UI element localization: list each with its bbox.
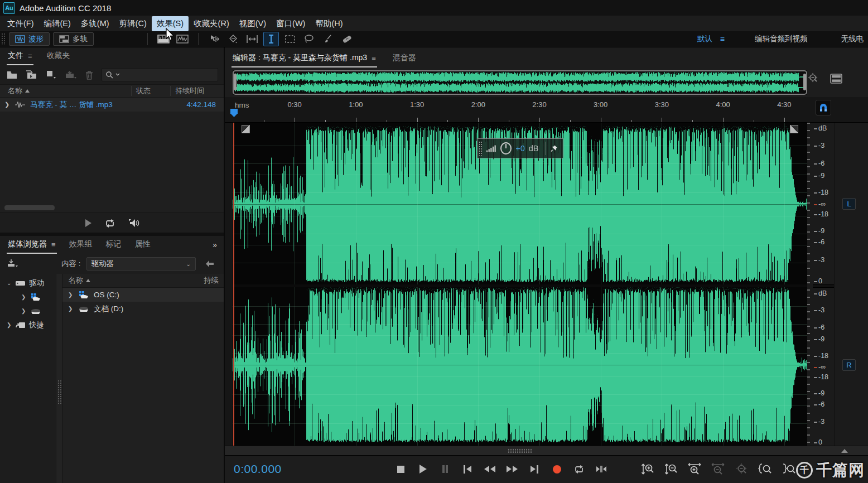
workspace-radio[interactable]: 无线电 [841,34,864,44]
media-list-item-docs-d[interactable]: ❯ 文档 (D:) [62,302,224,316]
right-channel-button[interactable]: R [842,359,856,371]
overview-range-frame[interactable] [233,70,807,95]
media-list-header[interactable]: 名称 持续 [62,274,224,288]
files-panel-menu-icon[interactable]: ≡ [28,52,32,60]
waveform-display-button[interactable] [156,32,171,46]
back-button[interactable] [205,260,215,268]
play-button[interactable] [414,461,431,477]
import-file-button[interactable] [26,70,38,79]
fade-out-handle[interactable] [790,125,798,133]
files-horizontal-scrollbar[interactable] [4,205,55,210]
tab-favorites[interactable]: 收藏夹 [47,51,70,65]
zoom-in-point-button[interactable] [758,462,772,476]
ibeam-tool-button[interactable] [263,32,279,46]
menu-item-2[interactable]: 编辑(E) [39,16,76,31]
overview-navigator[interactable] [233,70,807,95]
file-name[interactable]: 马赛克 - 莫 … 货铺 .mp3 [30,100,113,110]
tab-effects-rack[interactable]: 效果组 [69,239,93,254]
files-column-header[interactable]: 名称 状态 持续时间 [0,84,224,98]
divider-grip[interactable] [57,380,62,404]
column-duration-label[interactable]: 持续时间 [170,86,224,96]
rewind-button[interactable] [481,461,498,477]
volume-knob[interactable] [500,142,512,154]
record-button[interactable] [548,461,565,477]
tree-item-c-drive[interactable]: ❯ [0,290,56,304]
tab-media-browser[interactable]: 媒体浏览器 ≡ [8,239,56,254]
media-list-item-os-c[interactable]: ❯ OS (C:) [62,288,224,302]
list-chevron-icon[interactable]: ❯ [68,306,74,312]
waveform-display[interactable]: +0 dB [233,123,807,446]
column-name-label[interactable]: 名称 [8,86,22,96]
skip-to-start-button[interactable] [459,461,476,477]
waveform-canvas[interactable] [233,123,807,446]
expand-chevron-icon[interactable]: ❯ [4,101,15,108]
preview-play-button[interactable] [84,219,92,228]
time-selection-tool-button[interactable] [244,32,260,46]
tree-item-shortcuts[interactable]: ❯ 快捷 [0,318,56,332]
pause-button[interactable] [437,461,454,477]
lasso-selection-tool-button[interactable] [301,32,317,46]
menu-item-6[interactable]: 收藏夹(R) [189,16,234,31]
menu-item-7[interactable]: 视图(V) [234,16,271,31]
loop-playback-button[interactable] [571,461,587,477]
file-list-item[interactable]: ❯ 马赛克 - 莫 … 货铺 .mp3 4:42.148 [0,98,224,112]
volume-hud[interactable]: +0 dB [477,138,563,158]
tree-chevron-icon[interactable]: ❯ [7,322,12,328]
list-chevron-icon[interactable]: ❯ [68,292,74,298]
snap-toggle-button[interactable] [816,100,831,115]
spectral-display-button[interactable] [175,32,190,46]
playhead-time-display[interactable]: 0:00.000 [234,462,282,476]
loop-preview-button[interactable] [104,219,115,228]
delete-button[interactable] [85,70,94,80]
scrollbar-grip[interactable] [508,448,532,453]
db-scale-left-channel[interactable]: dB-3-6-9-18-∞-18-9-6-30 [813,123,834,285]
open-file-button[interactable] [7,71,18,79]
hud-grip[interactable] [479,141,482,156]
collapse-arrow-icon[interactable] [841,449,848,453]
timeline-ruler[interactable]: hms 0:301:001:302:002:303:003:304:004:30 [225,97,868,123]
tree-chevron-icon[interactable]: ❯ [21,308,27,314]
auto-play-speaker-button[interactable] [128,219,140,228]
razor-tool-button[interactable] [225,32,241,46]
workspace-default-button[interactable]: 默认 [697,34,712,44]
zoom-out-horizontal-button[interactable] [711,462,725,476]
paintbrush-tool-button[interactable] [320,32,336,46]
db-scale-right-channel[interactable]: dB-3-6-9-18-∞-18-9-6-30 [813,287,834,446]
zoom-in-vertical-button[interactable] [640,462,655,476]
zoom-out-point-button[interactable] [781,462,795,476]
tab-mixer[interactable]: 混音器 [393,53,416,67]
menu-item-1[interactable]: 文件(F) [2,16,39,31]
db-scale-column[interactable]: dB-3-6-9-18-∞-18-9-6-30 dB-3-6-9-18-∞-18… [813,123,834,446]
tree-chevron-icon[interactable]: ❯ [21,294,27,300]
pin-icon[interactable] [550,144,558,153]
workspace-menu-icon[interactable]: ≡ [720,35,725,44]
tabs-overflow-button[interactable]: » [213,240,224,254]
tab-files[interactable]: 文件 ≡ [8,51,32,65]
skip-selection-button[interactable] [593,461,610,477]
menu-item-5[interactable]: 效果(S) [152,16,189,31]
content-dropdown[interactable]: 驱动器 ⌄ [86,257,196,271]
workspace-edit-audio-to-video[interactable]: 编辑音频到视频 [755,34,808,44]
search-input[interactable] [102,68,218,81]
toolbar-grip[interactable] [1,33,6,45]
volume-value[interactable]: +0 [515,144,525,153]
marquee-selection-tool-button[interactable] [282,32,298,46]
move-tool-button[interactable] [206,32,222,46]
zoom-to-selection-button[interactable] [734,462,749,476]
tab-editor[interactable]: 编辑器 : 马赛克 - 莫里森与杂货铺 .mp3 ≡ [233,53,376,67]
media-browser-menu-icon[interactable]: ≡ [51,240,56,249]
menu-item-9[interactable]: 帮助(H) [310,16,348,31]
spot-healing-brush-button[interactable] [339,32,355,46]
overview-right-handle[interactable] [803,74,806,90]
waveform-view-button[interactable]: 波形 [9,32,50,46]
overview-left-handle[interactable] [234,74,237,90]
media-import-button[interactable] [7,259,20,269]
tree-chevron-icon[interactable]: ⌄ [7,280,12,286]
fade-in-handle[interactable] [242,125,250,133]
column-status-label[interactable]: 状态 [131,86,170,96]
zoom-full-icon[interactable] [807,72,820,85]
fast-forward-button[interactable] [504,461,520,477]
stop-button[interactable] [392,461,409,477]
horizontal-scrollbar[interactable] [225,446,868,455]
zoom-in-horizontal-button[interactable] [687,462,702,476]
